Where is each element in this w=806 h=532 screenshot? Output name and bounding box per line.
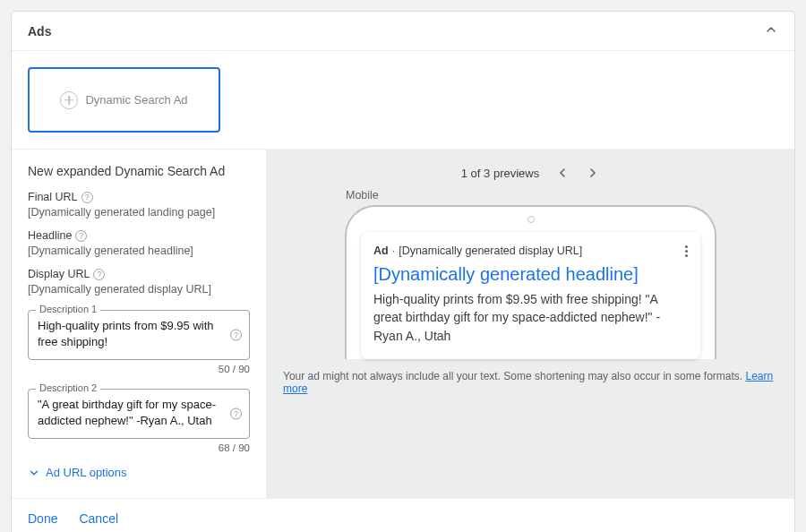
preview-prev-button[interactable] xyxy=(555,166,570,180)
final-url-value: [Dynamically generated landing page] xyxy=(28,206,250,219)
mobile-frame: Ad · [Dynamically generated display URL]… xyxy=(345,205,716,359)
description-1-counter: 50 / 90 xyxy=(28,364,250,374)
help-icon[interactable]: ? xyxy=(75,230,87,242)
description-2-field[interactable]: Description 2 ? xyxy=(28,389,250,439)
cancel-button[interactable]: Cancel xyxy=(79,511,118,526)
ads-card: Ads Dynamic Search Ad New expanded Dynam… xyxy=(11,11,795,532)
display-url-label: Display URL ? xyxy=(28,268,250,280)
display-url-value: [Dynamically generated display URL] xyxy=(28,283,250,296)
ad-display-url: [Dynamically generated display URL] xyxy=(399,245,582,257)
description-1-input[interactable] xyxy=(38,318,224,349)
section-header: Ads xyxy=(12,12,794,51)
description-2-label: Description 2 xyxy=(36,382,100,393)
description-1-field[interactable]: Description 1 ? xyxy=(28,310,250,360)
headline-value: [Dynamically generated headline] xyxy=(28,245,250,257)
plus-circle-icon xyxy=(60,91,78,109)
preview-nav: 1 of 3 previews xyxy=(283,162,778,184)
preview-device-label: Mobile xyxy=(346,189,778,202)
speaker-icon xyxy=(527,216,535,223)
ad-type-label: Dynamic Search Ad xyxy=(85,93,187,107)
ad-type-tile[interactable]: Dynamic Search Ad xyxy=(28,67,220,133)
help-icon[interactable]: ? xyxy=(93,269,105,280)
chevron-down-icon xyxy=(28,467,40,479)
ad-preview-card: Ad · [Dynamically generated display URL]… xyxy=(361,232,700,359)
ad-menu-icon[interactable] xyxy=(685,245,688,257)
separator: · xyxy=(392,245,395,257)
ad-headline: [Dynamically generated headline] xyxy=(373,264,688,285)
preview-panel: 1 of 3 previews Mobile Ad · [Dynamic xyxy=(267,150,794,498)
headline-label: Headline ? xyxy=(28,229,250,242)
preview-next-button[interactable] xyxy=(586,166,600,180)
preview-counter: 1 of 3 previews xyxy=(461,167,539,180)
description-1-label: Description 1 xyxy=(36,304,100,314)
section-title: Ads xyxy=(28,24,51,39)
footer: Done Cancel xyxy=(12,499,794,532)
done-button[interactable]: Done xyxy=(28,511,57,526)
description-2-input[interactable] xyxy=(38,397,224,428)
description-2-counter: 68 / 90 xyxy=(28,442,250,453)
help-icon[interactable]: ? xyxy=(230,330,242,341)
ad-url-options-toggle[interactable]: Ad URL options xyxy=(28,466,250,479)
ad-badge: Ad xyxy=(373,245,389,257)
ad-type-row: Dynamic Search Ad xyxy=(12,51,794,150)
ad-meta: Ad · [Dynamically generated display URL] xyxy=(373,245,582,257)
ad-description: High-quality prints from $9.95 with free… xyxy=(373,290,688,345)
form-panel: New expanded Dynamic Search Ad Final URL… xyxy=(12,150,267,498)
help-icon[interactable]: ? xyxy=(230,408,242,420)
help-icon[interactable]: ? xyxy=(81,192,93,203)
collapse-icon[interactable] xyxy=(764,22,778,39)
editor-body: New expanded Dynamic Search Ad Final URL… xyxy=(12,150,794,499)
form-title: New expanded Dynamic Search Ad xyxy=(28,164,250,178)
preview-disclaimer: Your ad might not always include all you… xyxy=(283,370,778,395)
final-url-label: Final URL ? xyxy=(28,191,250,203)
